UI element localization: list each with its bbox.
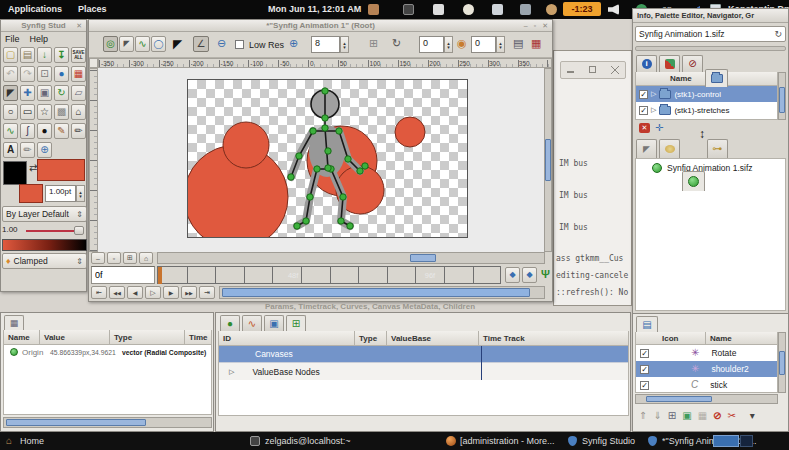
expander-icon[interactable]: ▷ [651,106,656,114]
visibility-checkbox[interactable]: ✓ [639,106,648,115]
param-value[interactable]: 45.866339px,34.9621 [50,349,122,356]
canvas-fit-button[interactable]: ▫ [107,252,121,264]
tray-mic-icon[interactable] [403,4,414,15]
children-tab-curves[interactable]: ∿ [242,315,262,331]
grid-icon[interactable]: ⊞ [369,38,378,49]
workspace-switcher[interactable] [713,435,739,447]
new-doc-button[interactable]: ▢ [3,47,18,63]
right-dock-titlebar[interactable]: Info, Palette Editor, Navigator, Gr [633,9,788,23]
default-mode-combo[interactable]: By Layer Default ⇕ [2,206,87,222]
children-tab-canvases[interactable]: ● [220,315,240,331]
file-combo[interactable]: Synfig Animation 1.sifz ↻ [635,26,786,42]
workspace-switcher-2[interactable] [740,435,753,447]
show-grid-toggle[interactable]: ◎ [103,36,118,52]
redo-button[interactable]: ↷ [20,66,35,82]
timebar[interactable]: 48f 96f [157,266,501,284]
about-button[interactable]: ● [54,66,69,82]
group-layer-icon[interactable]: ⊞ [668,411,676,421]
timer-badge[interactable]: -1:23 [563,2,601,16]
clock[interactable]: Mon Jun 11, 12:01 AM [268,4,361,14]
library-header[interactable]: ID Type ValueBase Time Track [218,331,629,346]
future-keyframe-lock-button[interactable]: ◆ [522,267,537,283]
opacity-slider[interactable] [26,230,78,232]
canvas-vscrollbar[interactable] [544,68,552,252]
undo-button[interactable]: ↶ [3,66,18,82]
tab-swatches[interactable] [659,139,680,158]
menu-help[interactable]: Help [30,34,49,44]
open-doc-button[interactable]: ▤ [20,47,35,63]
preview-button[interactable]: ⊡ [37,66,52,82]
export-button[interactable]: ↧ [54,47,69,63]
snap-grid-toggle[interactable]: ◤ [119,36,134,52]
rectangle-tool-button[interactable]: ▭ [20,104,35,120]
toolbox-titlebar[interactable]: Synfig Stud ✕ [1,20,86,32]
applications-menu[interactable]: Applications [8,4,62,14]
library-row-canvases[interactable]: Canvases [219,346,628,363]
library-row-valuebase[interactable]: ▷ ValueBase Nodes [219,363,628,380]
future-onion-spinner[interactable]: 0 ▴▾ [471,36,505,53]
terminal-window[interactable]: IM bus IM bus IM bus ass gtkmm__Cus edit… [553,50,632,306]
tray-window-icon[interactable] [433,4,444,15]
rotate-tool-button[interactable]: ↻ [54,85,69,101]
tray-volume-icon[interactable] [608,4,619,15]
artwork[interactable] [188,80,468,238]
canvas-close-icon[interactable]: ✕ [542,22,550,29]
terminal-close-icon[interactable] [611,66,619,74]
sketch-tool-button[interactable]: ✎ [54,123,69,139]
refresh-icon[interactable]: ↻ [392,38,401,49]
past-onion-spinner[interactable]: 0 ▴▾ [419,36,453,53]
tab-info[interactable]: i [636,55,657,72]
vertical-ruler[interactable] [89,68,98,252]
zoom-tool-button[interactable]: ⊕ [37,142,52,158]
render-icon[interactable]: ▤ [513,38,523,49]
delete-canvas-icon[interactable]: ✕ [639,123,650,133]
outline-color-swatch[interactable] [3,161,27,185]
current-gradient-swatch[interactable] [37,159,85,181]
cut-layer-icon[interactable]: ✂ [727,411,735,421]
children-tab-library[interactable]: ⊞ [286,315,306,331]
layer-row-shoulder2[interactable]: ✓ ✳ shoulder2 [636,361,777,377]
show-guides-toggle[interactable]: ∿ [135,36,150,52]
fill-color-swatch[interactable] [19,184,43,203]
delete-layer-icon[interactable]: ⊘ [713,411,721,421]
line-width-spinner[interactable]: 1.00pt ▴▾ [45,185,85,202]
timetrack-scrollbar[interactable] [219,286,545,299]
mirror-tool-button[interactable]: ▣ [37,85,52,101]
params-hscrollbar[interactable] [3,417,212,428]
tab-keyframes[interactable]: ⊶ [707,139,728,158]
canvas-maximize-icon[interactable]: ▫ [534,22,538,29]
lower-layer-icon[interactable]: ⇓ [653,411,661,421]
canvas-browser-vscrollbar[interactable] [778,72,786,120]
past-keyframe-lock-button[interactable]: ◆ [505,267,520,283]
raise-layer-icon[interactable]: ⇑ [639,411,647,421]
params-header[interactable]: Name Value Type Time [3,330,212,345]
terminal-maximize-icon[interactable] [589,66,596,73]
layers-header[interactable]: Icon Name [635,332,778,345]
add-canvas-icon[interactable]: ✛ [655,123,663,133]
layers-vscrollbar[interactable] [778,332,786,393]
encapsulate-layer-icon[interactable]: ▦ [698,411,707,421]
prev-frame-button[interactable]: ◀ [127,286,143,299]
layer-checkbox[interactable]: ✓ [640,381,649,390]
layer-checkbox[interactable]: ✓ [640,365,649,374]
taskbar-item-browser[interactable]: [administration - More... [460,436,555,446]
canvas-minimize-icon[interactable]: – [524,22,530,29]
canvas-view[interactable] [98,68,544,252]
tray-hand-icon[interactable] [546,4,557,15]
canvas-frame[interactable] [187,79,468,238]
tab-canvases-green[interactable] [682,171,705,191]
refresh-combo-icon[interactable]: ↻ [774,30,782,39]
line-width-value[interactable]: 1.00pt [45,185,76,202]
seek-end-button[interactable]: ⇥ [199,286,215,299]
zoom-out-icon[interactable]: ⊖ [217,38,226,49]
params-tab[interactable]: ▦ [4,315,24,330]
taskbar-item-synfig[interactable]: Synfig Studio [582,436,635,446]
transform-tool-button[interactable]: ◤ [3,85,18,101]
layers-hscrollbar[interactable] [635,394,778,404]
text-tool-button[interactable]: A [3,142,18,158]
play-button[interactable]: ▷ [145,286,161,299]
gradient-preview[interactable] [2,239,87,251]
tray-bird-icon[interactable] [463,4,474,15]
canvas-resolution-button[interactable]: ⊞ [123,252,137,264]
taskbar-item-terminal[interactable]: zelgadis@localhost:~ [265,436,350,446]
